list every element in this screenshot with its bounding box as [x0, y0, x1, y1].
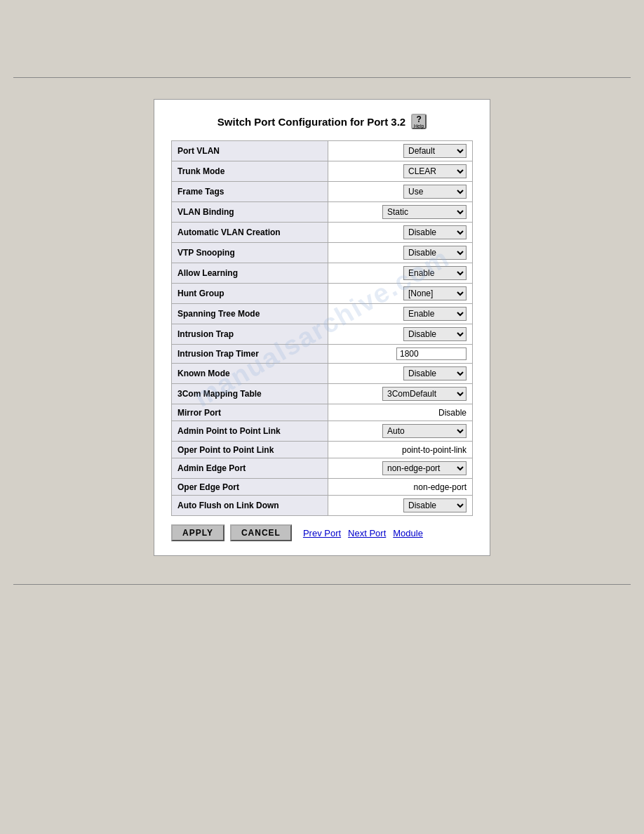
field-label: Intrusion Trap	[172, 324, 328, 345]
table-row: 3Com Mapping Table3ComDefault	[172, 384, 473, 404]
field-value[interactable]: AutoForce TrueForce False	[328, 421, 473, 442]
table-row: Allow LearningEnableDisable	[172, 263, 473, 284]
page-title: Switch Port Configuration for Port 3.2 ?…	[171, 114, 473, 129]
field-static-value: point-to-point-link	[402, 445, 467, 455]
field-static-value: non-edge-port	[414, 482, 467, 492]
field-label: VTP Snooping	[172, 243, 328, 263]
field-select-spanning-tree-mode[interactable]: EnableDisable	[403, 307, 467, 321]
table-row: Admin Point to Point LinkAutoForce TrueF…	[172, 421, 473, 442]
field-value[interactable]	[328, 345, 473, 364]
field-value: point-to-point-link	[328, 442, 473, 458]
field-label: Automatic VLAN Creation	[172, 223, 328, 243]
field-value[interactable]: Use	[328, 182, 473, 202]
table-row: Oper Point to Point Linkpoint-to-point-l…	[172, 442, 473, 458]
module-link[interactable]: Module	[393, 528, 423, 538]
table-row: Spanning Tree ModeEnableDisable	[172, 304, 473, 324]
field-value[interactable]: DisableEnable	[328, 243, 473, 263]
config-table: Port VLANDefaultTrunk ModeCLEARFrame Tag…	[171, 140, 473, 516]
field-label: Mirror Port	[172, 404, 328, 421]
field-select-allow-learning[interactable]: EnableDisable	[403, 266, 467, 280]
field-label: Allow Learning	[172, 263, 328, 284]
field-value[interactable]: EnableDisable	[328, 263, 473, 284]
prev-port-link[interactable]: Prev Port	[303, 528, 341, 538]
table-row: VLAN BindingStatic	[172, 202, 473, 223]
field-label: Intrusion Trap Timer	[172, 345, 328, 364]
field-select-vtp-snooping[interactable]: DisableEnable	[403, 246, 467, 260]
field-label: Oper Point to Point Link	[172, 442, 328, 458]
table-row: Intrusion TrapDisableEnable	[172, 324, 473, 345]
field-label: VLAN Binding	[172, 202, 328, 223]
field-label: Admin Point to Point Link	[172, 421, 328, 442]
field-label: Known Mode	[172, 364, 328, 384]
field-select-automatic-vlan-creation[interactable]: DisableEnable	[403, 225, 467, 239]
field-value[interactable]: Default	[328, 141, 473, 161]
field-label: 3Com Mapping Table	[172, 384, 328, 404]
button-row: APPLY CANCEL Prev Port Next Port Module	[171, 524, 473, 541]
field-select-port-vlan[interactable]: Default	[403, 144, 467, 158]
field-label: Port VLAN	[172, 141, 328, 161]
field-select-admin-point-to-point-link[interactable]: AutoForce TrueForce False	[382, 424, 467, 438]
cancel-button[interactable]: CANCEL	[230, 524, 292, 541]
field-label: Oper Edge Port	[172, 479, 328, 496]
field-select-frame-tags[interactable]: Use	[403, 185, 467, 199]
field-label: Hunt Group	[172, 284, 328, 304]
field-value[interactable]: Static	[328, 202, 473, 223]
field-value[interactable]: 3ComDefault	[328, 384, 473, 404]
field-value[interactable]: DisableEnable	[328, 223, 473, 243]
table-row: Hunt Group[None]	[172, 284, 473, 304]
field-select-trunk-mode[interactable]: CLEAR	[403, 164, 467, 178]
field-value[interactable]: DisableEnable	[328, 496, 473, 516]
field-value[interactable]: EnableDisable	[328, 304, 473, 324]
nav-links: Prev Port Next Port Module	[303, 528, 423, 538]
field-select-known-mode[interactable]: DisableEnable	[403, 366, 467, 380]
field-value[interactable]: non-edge-portedge-port	[328, 458, 473, 479]
field-value[interactable]: DisableEnable	[328, 324, 473, 345]
table-row: Intrusion Trap Timer	[172, 345, 473, 364]
help-button[interactable]: ? Help	[411, 114, 427, 129]
field-value: Disable	[328, 404, 473, 421]
field-value[interactable]: [None]	[328, 284, 473, 304]
table-row: Automatic VLAN CreationDisableEnable	[172, 223, 473, 243]
field-input-intrusion-trap-timer[interactable]	[396, 348, 467, 360]
field-value: non-edge-port	[328, 479, 473, 496]
field-label: Frame Tags	[172, 182, 328, 202]
next-port-link[interactable]: Next Port	[348, 528, 386, 538]
field-label: Spanning Tree Mode	[172, 304, 328, 324]
field-select-vlan-binding[interactable]: Static	[382, 205, 467, 219]
field-static-value: Disable	[438, 408, 467, 418]
field-select-3com-mapping-table[interactable]: 3ComDefault	[382, 387, 467, 401]
table-row: Port VLANDefault	[172, 141, 473, 161]
table-row: VTP SnoopingDisableEnable	[172, 243, 473, 263]
table-row: Frame TagsUse	[172, 182, 473, 202]
table-row: Oper Edge Portnon-edge-port	[172, 479, 473, 496]
apply-button[interactable]: APPLY	[171, 524, 224, 541]
field-label: Admin Edge Port	[172, 458, 328, 479]
field-select-admin-edge-port[interactable]: non-edge-portedge-port	[382, 461, 467, 475]
field-value[interactable]: CLEAR	[328, 161, 473, 182]
field-select-auto-flush-on-link-down[interactable]: DisableEnable	[403, 498, 467, 512]
table-row: Mirror PortDisable	[172, 404, 473, 421]
table-row: Trunk ModeCLEAR	[172, 161, 473, 182]
field-label: Trunk Mode	[172, 161, 328, 182]
table-row: Known ModeDisableEnable	[172, 364, 473, 384]
field-value[interactable]: DisableEnable	[328, 364, 473, 384]
table-row: Auto Flush on Link DownDisableEnable	[172, 496, 473, 516]
field-select-intrusion-trap[interactable]: DisableEnable	[403, 327, 467, 341]
field-label: Auto Flush on Link Down	[172, 496, 328, 516]
table-row: Admin Edge Portnon-edge-portedge-port	[172, 458, 473, 479]
field-select-hunt-group[interactable]: [None]	[403, 286, 467, 300]
